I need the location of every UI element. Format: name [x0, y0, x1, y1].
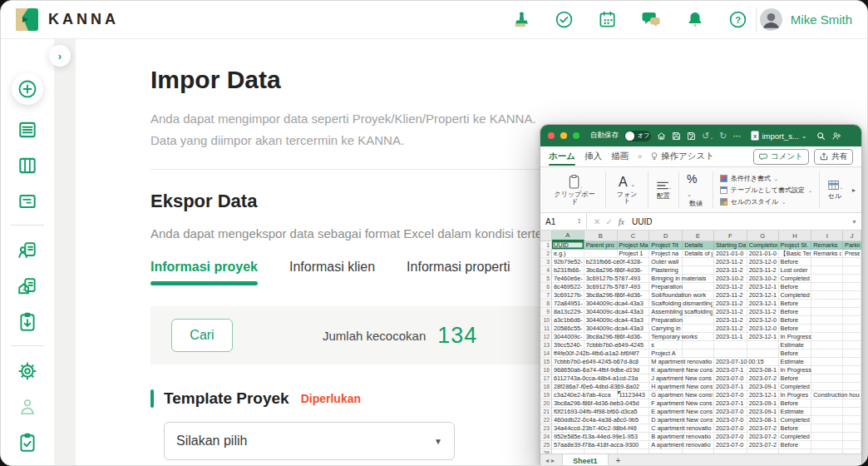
cell[interactable]: 2023-12-0	[747, 258, 779, 266]
cell[interactable]: c3a240e2-b7ab-4cca	[552, 391, 584, 399]
formula-bar-expand-icon[interactable]: ▼	[851, 219, 857, 225]
calendar-icon[interactable]	[598, 10, 617, 29]
row-number[interactable]: 16	[540, 366, 552, 374]
ribbon-group-alignment[interactable]: ⌄ 配置	[649, 167, 678, 212]
sheet-nav-icons[interactable]: ◂▸	[540, 457, 562, 464]
cell[interactable]: C apartment renovatio	[649, 424, 683, 433]
cell[interactable]: E apartment New cons	[649, 408, 683, 416]
column-header-J[interactable]: J	[843, 231, 861, 241]
ribbon-style-item[interactable]: セルのスタイル⌄	[720, 197, 812, 206]
cell[interactable]	[747, 449, 779, 454]
cell[interactable]: Completed	[779, 416, 812, 424]
cell[interactable]: 3c69127b-	[552, 291, 584, 300]
sidebar-item-account[interactable]	[12, 396, 43, 418]
cell[interactable]: In Progress	[779, 366, 812, 374]
row-number[interactable]: 18	[540, 383, 552, 391]
share-user-icon[interactable]	[831, 131, 841, 141]
workbook-title[interactable]: x import_s...⌄	[751, 131, 806, 141]
row-number[interactable]: 17	[540, 374, 552, 383]
confirm-entry-icon[interactable]: ✓	[605, 217, 612, 226]
row-number[interactable]: 6	[540, 283, 552, 291]
cell[interactable]: Preparation	[649, 316, 683, 325]
cell[interactable]: 2023-07-0	[714, 391, 747, 399]
formula-value[interactable]: UUID	[632, 217, 652, 226]
cell[interactable]: In Progres	[779, 391, 812, 399]
cell[interactable]: Before	[779, 424, 812, 433]
cell[interactable]: Details of p	[683, 250, 714, 258]
cell[interactable]: 2023-12-0	[747, 316, 779, 325]
cell[interactable]: 2021-01-0	[747, 250, 779, 258]
column-header-H[interactable]: H	[779, 231, 812, 241]
sidebar-item-tasks[interactable]	[12, 432, 43, 454]
cell[interactable]: 2023-10-2	[747, 275, 779, 283]
cell[interactable]: 3bc8a296-f86f-4d36-	[584, 333, 618, 341]
cell[interactable]	[843, 449, 861, 454]
sidebar-item-settings[interactable]	[12, 360, 43, 382]
cell[interactable]: 20586c55-	[552, 325, 584, 333]
cell[interactable]: Bringing in materials	[649, 275, 683, 283]
cell[interactable]: F apartment New cons	[649, 399, 683, 408]
cell[interactable]: K apartment New cons	[649, 366, 683, 374]
cell[interactable]: Project A	[649, 350, 683, 358]
cell[interactable]: 952e585e-f13a-44ed-99e1-953	[552, 433, 584, 441]
cell[interactable]: Project St.	[779, 241, 812, 250]
cell[interactable]	[714, 449, 747, 454]
cell[interactable]: 2023-09-1	[747, 383, 779, 391]
column-header-G[interactable]: G	[747, 231, 779, 241]
tab-informasi-proyek[interactable]: Informasi proyek	[150, 260, 258, 285]
cell[interactable]: 2023-11-2	[714, 258, 747, 266]
cell[interactable]: 2023-11-1	[714, 333, 747, 341]
cancel-entry-icon[interactable]: ✕	[594, 217, 600, 226]
cell[interactable]: 72a84951-	[552, 300, 584, 308]
zoom-window-button[interactable]	[573, 132, 579, 139]
row-number[interactable]: 9	[540, 308, 552, 316]
cell[interactable]: 2023-12-1	[747, 300, 779, 308]
cell[interactable]: Temporary works	[649, 333, 683, 341]
cell[interactable]: Scaffolding dismantling	[649, 300, 683, 308]
cell[interactable]: Before	[779, 374, 812, 383]
add-sheet-button[interactable]: +	[609, 456, 629, 465]
tell-me-assist[interactable]: 操作アシスト	[651, 151, 714, 162]
cell[interactable]: 2023-11-2	[714, 316, 747, 325]
cell[interactable]: Soil/foundation work	[649, 291, 683, 300]
column-header-C[interactable]: C	[618, 231, 650, 241]
cell[interactable]: 2023-07-0	[714, 408, 747, 416]
insert-function-icon[interactable]: fx	[619, 217, 624, 226]
row-number[interactable]: 1	[540, 241, 552, 250]
cell[interactable]: 3c69127b-5787-493	[584, 275, 618, 283]
comments-button[interactable]: コメント	[753, 149, 809, 165]
row-number[interactable]: 20	[540, 399, 552, 408]
cell[interactable]: 2023-11-2	[714, 308, 747, 316]
sidebar-item-board[interactable]	[12, 155, 43, 176]
cell[interactable]: 2023-07-0	[714, 424, 747, 433]
cell[interactable]: Before	[779, 441, 812, 449]
cell[interactable]: Carrying in	[649, 325, 683, 333]
cell[interactable]: 7e460e6e-	[552, 275, 584, 283]
cell[interactable]: Preparation	[649, 283, 683, 291]
minimize-window-button[interactable]	[560, 132, 567, 139]
cell[interactable]: Estimate	[779, 358, 812, 366]
cell[interactable]: 2023-12-1	[747, 283, 779, 291]
sheet-tab-sheet1[interactable]: Sheet1	[562, 454, 609, 466]
ribbon-group-clipboard[interactable]: ⌄ クリップボード	[544, 167, 605, 212]
cell[interactable]: Before	[779, 258, 812, 266]
ribbon-overflow-icon[interactable]: ▸	[850, 167, 858, 212]
cell[interactable]: 968650ab-6a74-4fbf-9dbe-d19d	[552, 366, 584, 374]
cell[interactable]: 2023-07-1	[714, 383, 747, 391]
cell[interactable]: 34a44ccd-23b7-40c2-98b4-f46	[552, 424, 584, 433]
sidebar-item-import[interactable]	[12, 311, 43, 333]
help-icon[interactable]: ?	[728, 10, 747, 29]
cell[interactable]	[584, 449, 618, 454]
sidebar-item-notes[interactable]	[12, 191, 43, 212]
cell[interactable]: In Progress	[779, 333, 812, 341]
cell[interactable]: A apartment renovatio	[649, 441, 683, 449]
cell[interactable]: B apartment renovatio	[649, 433, 683, 441]
sidebar-add-button[interactable]	[12, 73, 43, 105]
row-number[interactable]: 19	[540, 391, 552, 399]
cell[interactable]: 2023-07-2	[747, 374, 779, 383]
cell[interactable]	[779, 449, 812, 454]
row-number[interactable]: 3	[540, 258, 552, 266]
cell[interactable]: Parking s	[843, 241, 861, 250]
cell[interactable]: 2023-09-1	[747, 399, 779, 408]
cell[interactable]: 3bc8a296-f86f-4d36-	[584, 266, 618, 275]
